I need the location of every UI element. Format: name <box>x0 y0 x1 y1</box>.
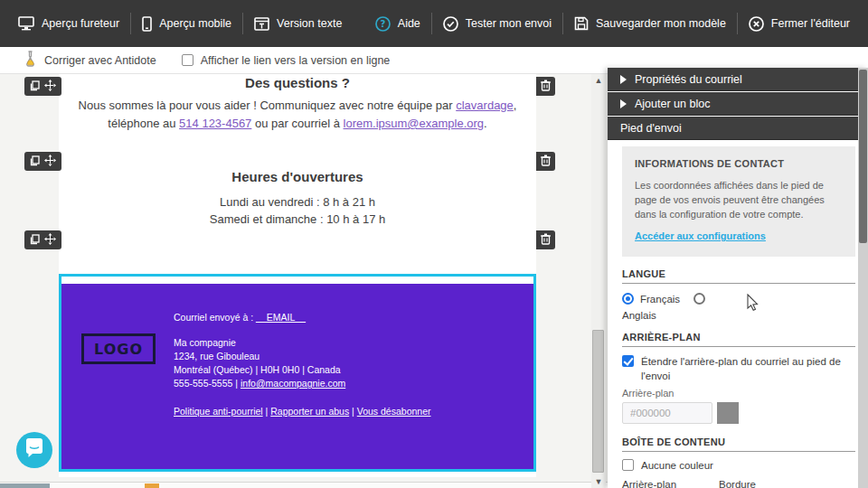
test-send-label: Tester mon envoi <box>466 17 552 30</box>
section-divider <box>622 346 855 347</box>
contact-info-body: Les coordonnées affichées dans le pied d… <box>635 178 843 221</box>
accordion-footer-active[interactable]: Pied d'envoi <box>608 117 868 140</box>
chevron-right-icon <box>620 99 627 108</box>
email-merge-tag[interactable]: __EMAIL__ <box>256 312 306 323</box>
footer-logo[interactable]: LOGO <box>81 333 156 364</box>
antidote-flask-icon <box>24 51 37 70</box>
company-phone: 555-555-5555 | <box>174 378 241 389</box>
sidebar-scrollbar-thumb[interactable] <box>859 70 867 243</box>
scroll-down-arrow[interactable]: ▼ <box>591 475 606 488</box>
duplicate-icon[interactable] <box>30 79 40 95</box>
language-radio-row: Français <box>622 293 705 305</box>
text-version-button[interactable]: Version texte <box>243 0 353 47</box>
block1-delete-button[interactable] <box>536 77 555 96</box>
email-questions-heading[interactable]: Des questions ? <box>59 75 536 90</box>
content-box-section-label: BOÎTE DE CONTENU <box>622 436 725 447</box>
background-color-swatch[interactable] <box>717 402 739 424</box>
email-footer-block-selected[interactable]: Courriel envoyé à : __EMAIL__ LOGO Ma co… <box>59 274 536 472</box>
extend-background-label: Étendre l'arrière-plan du courriel au pi… <box>641 354 859 383</box>
canvas-scrollbar-thumb[interactable] <box>592 330 604 473</box>
antidote-button[interactable]: Corriger avec Antidote <box>24 51 156 70</box>
trash-icon <box>541 154 551 170</box>
company-line-1: Ma compagnie <box>174 336 236 350</box>
email-contact-paragraph[interactable]: Nous sommes là pour vous aider ! Communi… <box>71 97 524 133</box>
report-abuse-link[interactable]: Rapporter un abus <box>270 406 349 417</box>
trash-icon <box>541 79 551 95</box>
no-color-checkbox[interactable] <box>622 459 634 471</box>
chat-link[interactable]: clavardage <box>456 99 514 112</box>
preview-mobile-button[interactable]: Aperçu mobile <box>131 0 242 47</box>
move-icon[interactable] <box>44 154 56 170</box>
phone-link[interactable]: 514 123-4567 <box>179 117 251 130</box>
background-hex-input[interactable] <box>622 402 712 424</box>
preview-browser-button[interactable]: Aperçu fureteur <box>7 0 130 47</box>
accordion-add-block[interactable]: Ajouter un bloc <box>608 92 868 116</box>
background-window-fragment <box>0 483 50 488</box>
sent-to-label: Courriel envoyé à : <box>174 312 256 323</box>
close-editor-button[interactable]: Fermer l'éditeur <box>738 0 861 47</box>
text-version-label: Version texte <box>277 17 342 30</box>
language-section-label: LANGUE <box>622 268 665 279</box>
toolbar-left-group: Aperçu fureteur Aperçu mobile Version te… <box>7 0 353 47</box>
help-icon: ? <box>375 16 391 32</box>
unsubscribe-link[interactable]: Vous désabonner <box>357 406 431 417</box>
phone-icon <box>142 16 152 32</box>
access-configurations-link[interactable]: Accéder aux configurations <box>635 230 766 241</box>
radio-anglais[interactable] <box>693 293 705 305</box>
chat-widget-button[interactable] <box>16 432 52 468</box>
duplicate-icon[interactable] <box>30 232 40 249</box>
section-divider <box>622 283 855 284</box>
accordion-label: Pied d'envoi <box>620 122 682 135</box>
save-template-button[interactable]: Sauvegarder mon modèle <box>563 0 737 47</box>
extend-background-checkbox-checked[interactable] <box>622 355 634 367</box>
scroll-up-arrow[interactable]: ▲ <box>591 74 606 87</box>
canvas-scrollbar[interactable]: ▲ ▼ <box>591 74 606 488</box>
content-border-label: Bordure <box>719 479 756 488</box>
link-separator: | <box>263 406 271 417</box>
help-button[interactable]: ? Aide <box>364 0 431 47</box>
company-line-3: Montréal (Québec) | H0H 0H0 | Canada <box>174 363 341 377</box>
antidote-label: Corriger avec Antidote <box>44 54 156 67</box>
block3-handle[interactable] <box>24 230 61 249</box>
save-icon <box>574 16 589 31</box>
background-section-label: ARRIÈRE-PLAN <box>622 332 701 343</box>
company-line-2: 1234, rue Gibouleau <box>174 350 259 363</box>
settings-sidebar: Propriétés du courriel Ajouter un bloc P… <box>608 68 868 488</box>
move-icon[interactable] <box>44 79 56 95</box>
close-circle-icon <box>749 16 764 32</box>
block3-delete-button[interactable] <box>536 230 555 249</box>
extend-background-row[interactable]: Étendre l'arrière-plan du courriel au pi… <box>622 354 859 383</box>
hours-line-2[interactable]: Samedi et dimanche : 10 h à 17 h <box>59 212 536 226</box>
preview-browser-label: Aperçu fureteur <box>42 17 119 30</box>
radio-anglais-label[interactable]: Anglais <box>622 310 656 321</box>
paragraph-text: Nous sommes là pour vous aider ! Communi… <box>79 99 457 112</box>
block2-delete-button[interactable] <box>536 152 555 171</box>
test-send-button[interactable]: Tester mon envoi <box>432 0 562 47</box>
accordion-label: Ajouter un bloc <box>635 98 710 110</box>
duplicate-icon[interactable] <box>30 154 40 170</box>
link-separator: | <box>349 406 357 417</box>
email-hours-heading[interactable]: Heures d'ouvertures <box>59 169 536 184</box>
section-divider <box>622 451 855 452</box>
block1-handle[interactable] <box>24 77 61 96</box>
paragraph-text: ou par courriel à <box>251 117 343 130</box>
accordion-email-properties[interactable]: Propriétés du courriel <box>608 68 868 91</box>
radio-francais-selected[interactable] <box>622 293 634 305</box>
hours-line-1[interactable]: Lundi au vendredi : 8 h à 21 h <box>59 195 536 209</box>
online-version-checkbox-row[interactable]: Afficher le lien vers la version en lign… <box>182 54 391 67</box>
svg-text:?: ? <box>380 19 385 29</box>
top-toolbar: Aperçu fureteur Aperçu mobile Version te… <box>0 0 868 47</box>
monitor-icon <box>18 16 34 31</box>
text-window-icon <box>254 17 269 31</box>
company-email-link[interactable]: info@macompagnie.com <box>241 378 345 389</box>
online-version-checkbox[interactable] <box>182 54 193 66</box>
radio-francais-label[interactable]: Français <box>640 294 680 305</box>
no-color-row[interactable]: Aucune couleur <box>622 459 713 471</box>
toolbar-right-group: ? Aide Tester mon envoi Sauvegarder mon … <box>364 0 861 47</box>
move-icon[interactable] <box>44 232 56 249</box>
accordion-label: Propriétés du courriel <box>635 73 742 86</box>
sidebar-scrollbar[interactable] <box>858 68 868 488</box>
block2-handle[interactable] <box>24 152 61 171</box>
anti-spam-policy-link[interactable]: Politique anti-pourriel <box>174 406 263 417</box>
email-address-link[interactable]: lorem.ipsum@example.org <box>344 117 485 130</box>
